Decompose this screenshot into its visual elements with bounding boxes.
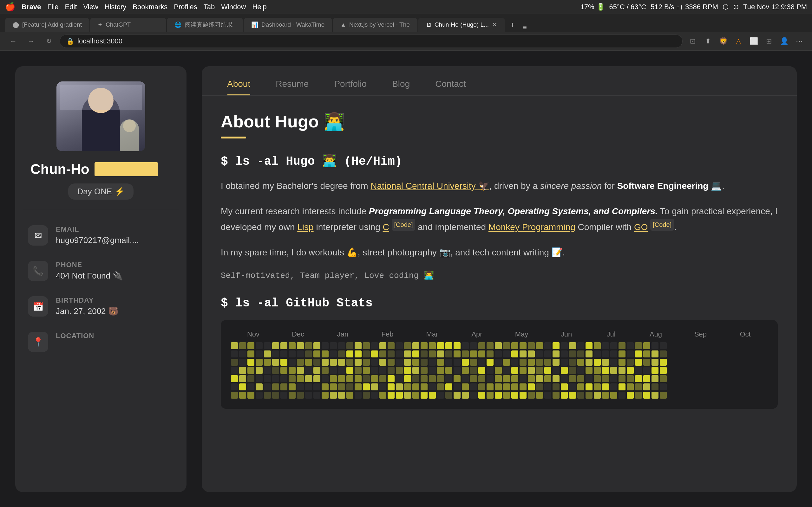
- calendar-cell: [569, 383, 576, 390]
- calendar-cell: [503, 350, 510, 357]
- url-text[interactable]: localhost:3000: [78, 37, 676, 45]
- new-tab-button[interactable]: +: [506, 18, 519, 32]
- tab-nextjs[interactable]: ▲ Next.js by Vercel - The: [333, 18, 417, 32]
- calendar-cell: [511, 359, 518, 366]
- calendar-week-21: [404, 342, 411, 399]
- extensions-icon[interactable]: ⬜: [747, 35, 760, 48]
- bluetooth-icon[interactable]: ⬡: [722, 3, 728, 11]
- calendar-cell: [627, 367, 634, 374]
- calendar-cell: [256, 342, 263, 349]
- calendar-cell: [371, 350, 378, 357]
- tab-contact[interactable]: Contact: [422, 72, 478, 95]
- email-content: EMAIL hugo970217@gmail....: [56, 225, 139, 245]
- brave-shield-icon[interactable]: 🦁: [717, 35, 729, 48]
- calendar-cell: [247, 359, 254, 366]
- calendar-week-20: [396, 342, 403, 399]
- menu-bookmarks[interactable]: Bookmarks: [133, 3, 167, 11]
- menu-view[interactable]: View: [84, 3, 98, 11]
- calendar-cell: [602, 375, 609, 382]
- go-link[interactable]: GO: [634, 222, 648, 232]
- calendar-cell: [420, 359, 427, 366]
- calendar-cell: [544, 359, 551, 366]
- calendar-week-22: [412, 342, 419, 399]
- tab-reading[interactable]: 🌐 阅读真题练习结果: [167, 18, 243, 32]
- tab-chatgpt[interactable]: ✦ ChatGPT: [90, 18, 166, 32]
- calendar-cell: [305, 375, 312, 382]
- calendar-cell: [610, 350, 617, 357]
- calendar-cell: [569, 359, 576, 366]
- wifi-icon[interactable]: ⊕: [733, 3, 739, 11]
- calendar-cell: [627, 383, 634, 390]
- calendar-week-52: [660, 342, 667, 399]
- menu-window[interactable]: Window: [221, 3, 246, 11]
- lisp-link[interactable]: Lisp: [297, 222, 313, 232]
- settings-icon[interactable]: ⋯: [793, 35, 806, 48]
- tab-hugo-active[interactable]: 🖥 Chun-Ho (Hugo) L... ✕: [418, 18, 505, 32]
- calendar-cell: [437, 392, 444, 399]
- calendar-cell: [264, 342, 271, 349]
- tab-github[interactable]: ⬤ [Feature] Add gradient: [5, 18, 90, 32]
- sidebar-toggle-icon[interactable]: ⊞: [763, 35, 775, 48]
- tab-close-button[interactable]: ✕: [492, 21, 497, 29]
- calendar-cell: [396, 359, 403, 366]
- menu-edit[interactable]: Edit: [65, 3, 77, 11]
- calendar-cell: [462, 359, 469, 366]
- calendar-cell: [544, 375, 551, 382]
- calendar-cell: [429, 350, 436, 357]
- calendar-cell: [346, 359, 353, 366]
- ncu-link[interactable]: National Central University 🦅: [370, 181, 489, 191]
- calendar-cell: [487, 392, 494, 399]
- screen-share-icon[interactable]: ⊡: [687, 35, 699, 48]
- menu-file[interactable]: File: [47, 3, 58, 11]
- calendar-cell: [445, 359, 452, 366]
- calendar-week-41: [569, 342, 576, 399]
- calendar-cell: [610, 359, 617, 366]
- tab-wakatime[interactable]: 📊 Dashboard - WakaTime: [244, 18, 332, 32]
- profile-icon[interactable]: 👤: [778, 35, 791, 48]
- tab-blog[interactable]: Blog: [379, 72, 422, 95]
- monkey-link[interactable]: Monkey Programming: [489, 222, 575, 232]
- calendar-cell: [297, 375, 304, 382]
- c-code-badge[interactable]: [Code]: [392, 219, 415, 231]
- calendar-cell: [569, 367, 576, 374]
- apple-menu[interactable]: 🍎: [5, 2, 15, 12]
- menu-help[interactable]: Help: [252, 3, 266, 11]
- menu-history[interactable]: History: [105, 3, 126, 11]
- tab-title-github: [Feature] Add gradient: [22, 21, 82, 28]
- calendar-week-49: [635, 342, 642, 399]
- go-code-badge[interactable]: [Code]: [650, 219, 674, 231]
- calendar-cell: [478, 392, 485, 399]
- calendar-cell: [511, 367, 518, 374]
- calendar-cell: [561, 383, 568, 390]
- calendar-week-32: [495, 342, 502, 399]
- calendar-week-50: [643, 342, 650, 399]
- url-bar[interactable]: 🔒 localhost:3000: [60, 35, 682, 48]
- reload-button[interactable]: ↻: [42, 34, 56, 48]
- forward-button[interactable]: →: [24, 34, 38, 48]
- menu-tab[interactable]: Tab: [204, 3, 215, 11]
- tab-resume[interactable]: Resume: [263, 72, 321, 95]
- calendar-cell: [313, 350, 320, 357]
- calendar-cell: [404, 359, 411, 366]
- calendar-week-6: [281, 342, 287, 399]
- c-link[interactable]: C: [383, 222, 389, 232]
- app-name[interactable]: Brave: [21, 3, 41, 11]
- tab-portfolio[interactable]: Portfolio: [321, 72, 379, 95]
- calendar-cell: [404, 383, 411, 390]
- calendar-cell: [618, 375, 625, 382]
- calendar-cell: [256, 367, 263, 374]
- brave-rewards-icon[interactable]: △: [732, 35, 745, 48]
- share-icon[interactable]: ⬆: [702, 35, 714, 48]
- calendar-cell: [445, 350, 452, 357]
- tab-list-button[interactable]: ≡: [520, 23, 529, 32]
- calendar-cell: [470, 367, 477, 374]
- github-stats-section: $ ls -al GitHub Stats Nov Dec Jan Feb Ma…: [221, 296, 778, 409]
- tab-about[interactable]: About: [214, 72, 263, 95]
- menu-profiles[interactable]: Profiles: [174, 3, 197, 11]
- calendar-cell: [594, 350, 601, 357]
- calendar-cell: [338, 367, 345, 374]
- back-button[interactable]: ←: [6, 34, 20, 48]
- day-badge[interactable]: Day ONE ⚡: [68, 183, 133, 200]
- email-item: ✉ EMAIL hugo970217@gmail....: [15, 218, 187, 253]
- calendar-cell: [652, 342, 658, 349]
